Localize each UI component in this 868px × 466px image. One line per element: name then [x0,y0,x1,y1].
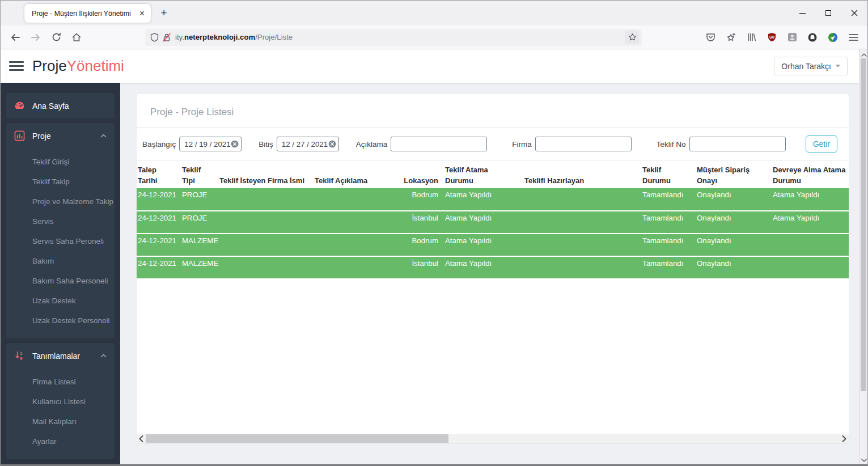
horizontal-scrollbar[interactable] [137,434,849,443]
fetch-button[interactable]: Getir [806,135,837,152]
sidebar-item-ayarlar[interactable]: Ayarlar [32,431,115,451]
app-logo[interactable]: ProjeYönetimi [32,57,124,75]
cell-teklif-isteyen-firma-ismi [218,256,314,279]
browser-toolbar: ity.neterpteknoloji.com/Proje/Liste U0 [1,26,867,49]
bookmark-plus-button[interactable] [725,31,737,44]
idm-button[interactable] [827,31,839,44]
bar-chart-icon [14,130,25,141]
sidebar-item-bakim[interactable]: Bakım [32,251,115,271]
home-button[interactable] [67,28,86,47]
end-date-input[interactable]: 12 / 27 / 2021 [277,137,339,151]
column-header-devreye-alma-atama-durumu: Devreye Alma Atama Durumu [772,163,849,188]
bookmark-star-button[interactable] [625,31,639,44]
cell-lokasyon: Bodrum [393,234,444,256]
window-controls [789,1,867,26]
horizontal-scrollbar-thumb[interactable] [146,434,448,443]
new-tab-button[interactable]: + [157,6,171,20]
pocket-button[interactable] [704,31,717,44]
tab-close-icon[interactable]: × [138,9,146,18]
sidebar-item-kullanici-listesi[interactable]: Kullanıcı Listesi [32,392,115,412]
chevron-up-icon [100,134,107,138]
extension-button[interactable] [786,31,798,44]
user-name: Orhan Tarakçı [781,62,831,71]
column-header-lokasyon: Lokasyon [393,163,444,188]
close-button[interactable] [841,1,867,26]
scroll-left-icon [139,435,143,442]
scroll-left-button[interactable] [137,434,146,443]
sidebar-item-mail-kaliplari[interactable]: Mail Kalıpları [32,412,115,431]
table-row[interactable]: 24-12-2021PROJEBodrumAtama YapıldıTamaml… [137,188,849,211]
back-icon [10,32,20,43]
sidebar-section-label: Proje [32,132,93,141]
sidebar-item-proje[interactable]: Proje [6,123,115,149]
close-icon [851,10,858,16]
scroll-right-button[interactable] [840,434,849,443]
cell-teklif-aciklama [314,188,393,211]
column-header-teklif-tipi: Teklif Tipi [181,163,218,188]
cell-teklif-tipi: PROJE [181,211,218,234]
cell-teklif-tipi: MALZEME [181,256,218,279]
forward-icon [31,32,41,43]
sidebar-submenu: Teklif GirişiTeklif TakipProje ve Malzem… [6,149,115,338]
clear-icon[interactable] [328,140,336,148]
scroll-down-button[interactable] [859,456,868,464]
sidebar-item-firma-listesi[interactable]: Firma Listesi [32,372,115,392]
firm-label: Firma [512,140,532,149]
sidebar-item-teklif-girisi[interactable]: Teklif Girişi [32,152,115,172]
sidebar-item-tanimlamalar[interactable]: 19Tanımlamalar [6,343,115,368]
scroll-up-button[interactable] [859,50,868,59]
sidebar-item-bakim-saha-personeli[interactable]: Bakım Saha Personeli [32,271,115,291]
user-menu-button[interactable]: Orhan Tarakçı [774,57,848,75]
sidebar-section-label: Tanımlamalar [32,351,93,361]
sidebar-section-label: Ana Sayfa [32,101,107,111]
sidebar-item-ana-sayfa[interactable]: Ana Sayfa [6,93,115,118]
shield-icon [150,33,159,42]
offer-no-input[interactable] [689,137,786,151]
sidebar-item-uzak-destek[interactable]: Uzak Destek [32,291,115,311]
app-header: ProjeYönetimi Orhan Tarakçı [1,49,867,83]
cell-talep-tarihi: 24-12-2021 [137,188,181,211]
cell-teklif-tipi: PROJE [181,188,218,211]
column-header-teklif-durumu: Teklif Durumu [641,163,696,188]
ghostery-icon [808,33,817,42]
url-path: /Proje/Liste [255,33,293,41]
table-row[interactable]: 24-12-2021MALZEMEBodrumAtama YapıldıTama… [137,234,849,256]
maximize-button[interactable] [815,1,841,26]
back-button[interactable] [6,28,25,47]
sidebar: Ana SayfaProjeTeklif GirişiTeklif TakipP… [1,83,120,465]
sidebar-item-uzak-destek-personeli[interactable]: Uzak Destek Personeli [32,311,115,331]
cell-devreye-alma-atama-durumu: Atama Yapıldı [772,211,849,234]
url-bar[interactable]: ity.neterpteknoloji.com/Proje/Liste [145,29,642,46]
clear-icon[interactable] [231,140,239,148]
firm-input[interactable] [535,137,632,151]
description-input[interactable] [391,137,487,151]
table-row[interactable]: 24-12-2021MALZEMEİstanbulAtama YapıldıTa… [137,256,849,279]
cell-teklifi-hazirlayan [523,256,641,279]
menu-button[interactable] [847,31,859,44]
sidebar-item-teklif-takip[interactable]: Teklif Takip [32,172,115,192]
library-icon [747,32,756,42]
vertical-scrollbar-thumb[interactable] [861,58,866,391]
table-row[interactable]: 24-12-2021PROJEİstanbulAtama YapıldıTama… [137,211,849,234]
refresh-button[interactable] [46,28,66,47]
insecure-lock-icon [163,33,171,42]
sidebar-item-proje-ve-malzeme-takip[interactable]: Proje ve Malzeme Takip [32,192,115,211]
vertical-scrollbar[interactable] [859,49,867,465]
browser-tab[interactable]: Proje - Müşteri İlişkileri Yönetimi × [24,4,151,23]
ghostery-button[interactable] [806,31,819,44]
forward-button[interactable] [26,28,45,47]
sidebar-item-servis[interactable]: Servis [32,211,115,231]
ublock-button[interactable]: U0 [765,31,778,44]
refresh-icon [52,32,61,42]
app-body: Ana SayfaProjeTeklif GirişiTeklif TakipP… [1,83,867,465]
minimize-button[interactable] [789,1,815,26]
sidebar-toggle-button[interactable] [9,61,24,71]
tab-title: Proje - Müşteri İlişkileri Yönetimi [32,10,138,18]
project-list-card: Proje - Proje Listesi Başlangıç 12 / 19 … [137,94,849,443]
start-date-input[interactable]: 12 / 19 / 2021 [179,137,242,151]
browser-window: Proje - Müşteri İlişkileri Yönetimi × + [0,0,868,466]
main-content: Proje - Proje Listesi Başlangıç 12 / 19 … [120,83,867,465]
url-prefix: ity. [175,33,184,41]
library-button[interactable] [745,31,757,44]
sidebar-item-servis-saha-peroneli[interactable]: Servis Saha Peroneli [32,231,115,251]
